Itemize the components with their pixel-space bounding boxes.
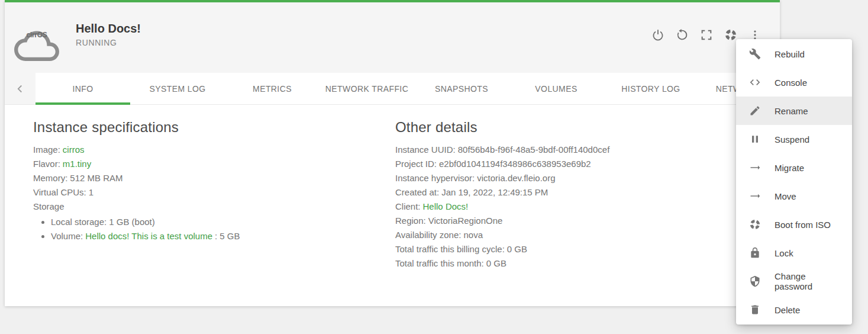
menu-item-lock[interactable]: Lock: [736, 239, 852, 267]
menu-item-boot-from-iso[interactable]: Boot from ISO: [736, 210, 852, 239]
image-link[interactable]: cirros: [63, 144, 85, 155]
row-value: 512 MB RAM: [70, 173, 122, 183]
wrench-icon: [749, 48, 761, 60]
tab-label: VOLUMES: [535, 84, 577, 94]
tab-label: INFO: [72, 84, 93, 94]
menu-item-label: Boot from ISO: [775, 220, 831, 230]
spec-row-flavor: Flavor:m1.tiny: [33, 157, 395, 171]
volume-size: : 5 GB: [215, 231, 240, 241]
instance-status: RUNNING: [76, 38, 141, 47]
volume-link[interactable]: Hello docs! This is a test volume: [85, 231, 212, 241]
tab-info[interactable]: INFO: [36, 73, 130, 104]
storage-item-volume: Volume:Hello docs! This is a test volume…: [51, 229, 395, 243]
tab-network-traffic[interactable]: NETWORK TRAFFIC: [320, 73, 414, 104]
menu-item-label: Rename: [775, 106, 808, 116]
tab-label: SNAPSHOTS: [435, 84, 488, 94]
reboot-button[interactable]: [675, 28, 689, 42]
detail-row-uuid: Instance UUID:80f56b4b-f96f-48a5-9bdf-00…: [395, 143, 766, 157]
trash-icon: [749, 304, 761, 316]
spec-row-vcpus: Virtual CPUs:1: [33, 185, 395, 200]
row-label: Storage: [33, 201, 64, 211]
tab-snapshots[interactable]: SNAPSHOTS: [414, 73, 509, 104]
arrow-right-icon: [749, 162, 761, 174]
menu-item-delete[interactable]: Delete: [736, 296, 852, 324]
lock-icon: [749, 247, 761, 259]
row-label: Image:: [33, 144, 60, 155]
spec-row-image: Image:cirros: [33, 143, 395, 157]
tab-label: SYSTEM LOG: [149, 84, 205, 94]
storage-item-local: Local storage:1 GB (boot): [51, 215, 395, 229]
instance-title: Hello Docs!: [76, 22, 141, 36]
menu-item-rename[interactable]: Rename: [736, 97, 852, 125]
row-value: Jan 19, 2022, 12:49:15 PM: [441, 187, 548, 197]
boot-iso-icon: [749, 219, 761, 230]
row-value: 0 GB: [507, 244, 527, 254]
tab-label: METRICS: [253, 84, 292, 94]
menu-item-suspend[interactable]: Suspend: [736, 125, 852, 153]
tab-system-log[interactable]: SYSTEM LOG: [130, 73, 225, 104]
instance-specifications-section: Instance specifications Image:cirros Fla…: [33, 119, 395, 271]
row-label: Volume:: [51, 231, 83, 241]
detail-row-project-id: Project ID:e2bf0d1041194f348986c638953e6…: [395, 157, 766, 171]
row-value: 1: [89, 187, 93, 197]
menu-item-label: Lock: [775, 248, 793, 258]
other-details-section: Other details Instance UUID:80f56b4b-f96…: [395, 119, 766, 271]
page-background: cirrOS Hello Docs! RUNNING: [0, 0, 868, 334]
row-label: Project ID:: [395, 159, 437, 169]
boot-iso-icon: [724, 28, 737, 41]
tab-metrics[interactable]: METRICS: [225, 73, 320, 104]
menu-item-label: Rebuild: [775, 49, 805, 59]
row-label: Flavor:: [33, 159, 60, 169]
menu-item-label: Delete: [775, 305, 800, 315]
resize-icon: [700, 28, 713, 41]
resize-button[interactable]: [699, 28, 714, 42]
row-label: Virtual CPUs:: [33, 187, 86, 197]
detail-row-hypervisor: Instance hypervisor:victoria.dev.fleio.o…: [395, 171, 766, 185]
row-value: VictoriaRegionOne: [428, 216, 503, 226]
spec-row-storage: Storage: [33, 200, 395, 214]
pause-icon: [749, 133, 761, 145]
tab-label: NETWORK TRAFFIC: [325, 84, 408, 94]
row-value: 80f56b4b-f96f-48a5-9bdf-00ff140d0cef: [458, 144, 610, 155]
menu-item-console[interactable]: Console: [736, 68, 852, 97]
menu-item-label: Change password: [775, 271, 845, 291]
shield-icon: [749, 275, 761, 287]
tab-label: HISTORY LOG: [621, 84, 680, 94]
tab-history-log[interactable]: HISTORY LOG: [604, 73, 698, 104]
storage-list: Local storage:1 GB (boot) Volume:Hello d…: [33, 215, 395, 243]
row-label: Total traffic this month:: [395, 258, 484, 268]
instance-card: cirrOS Hello Docs! RUNNING: [5, 0, 780, 306]
menu-item-change-password[interactable]: Change password: [736, 267, 852, 296]
power-button[interactable]: [651, 28, 665, 42]
pencil-icon: [749, 105, 761, 117]
detail-row-created-at: Created at:Jan 19, 2022, 12:49:15 PM: [395, 185, 766, 200]
cloud-icon: [14, 21, 59, 64]
row-label: Local storage:: [51, 217, 107, 227]
tab-bar: INFO SYSTEM LOG METRICS NETWORK TRAFFIC …: [5, 73, 780, 105]
tab-scroll-left-button[interactable]: [5, 73, 36, 104]
row-label: Client:: [395, 201, 421, 211]
row-label: Instance UUID:: [395, 144, 456, 155]
info-tab-content: Instance specifications Image:cirros Fla…: [5, 105, 780, 271]
menu-item-move[interactable]: Move: [736, 182, 852, 210]
detail-row-availability-zone: Availability zone:nova: [395, 228, 766, 242]
client-link[interactable]: Hello Docs!: [423, 201, 469, 211]
menu-item-migrate[interactable]: Migrate: [736, 153, 852, 182]
power-icon: [651, 28, 664, 41]
row-label: Created at:: [395, 187, 439, 197]
cirros-logo: cirrOS: [14, 21, 59, 49]
flavor-link[interactable]: m1.tiny: [63, 159, 91, 169]
code-icon: [749, 76, 761, 88]
row-value: victoria.dev.fleio.org: [477, 173, 555, 183]
section-title-details: Other details: [395, 119, 766, 136]
menu-item-rebuild[interactable]: Rebuild: [736, 40, 852, 68]
title-block: Hello Docs! RUNNING: [76, 22, 141, 47]
detail-row-traffic-month: Total traffic this month:0 GB: [395, 256, 766, 271]
reboot-icon: [676, 28, 689, 41]
row-label: Instance hypervisor:: [395, 173, 475, 183]
chevron-left-icon: [14, 82, 27, 95]
tab-volumes[interactable]: VOLUMES: [509, 73, 604, 104]
menu-item-label: Move: [775, 191, 796, 201]
row-value: 1 GB (boot): [109, 217, 155, 227]
section-title-specs: Instance specifications: [33, 119, 395, 136]
